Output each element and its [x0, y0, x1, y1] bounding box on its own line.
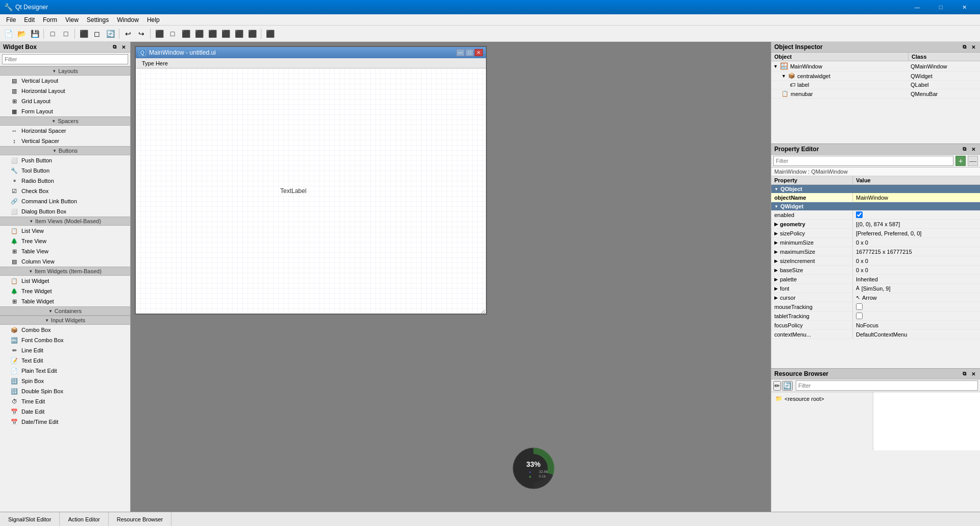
bottom-tab-action-editor[interactable]: Action Editor	[60, 512, 108, 526]
toolbar-editwidgets[interactable]: ⬛	[78, 28, 90, 40]
pe-palette-expand[interactable]: ▶	[774, 277, 778, 282]
toolbar-open[interactable]: 📂	[15, 28, 28, 40]
dw-maximize[interactable]: □	[465, 49, 474, 56]
menu-help[interactable]: Help	[143, 15, 164, 25]
item-tool-button[interactable]: 🔧 Tool Button	[0, 165, 130, 176]
toolbar-save[interactable]: 💾	[29, 28, 41, 40]
menu-file[interactable]: File	[2, 15, 20, 25]
oi-row-mainwindow[interactable]: ▼ 🪟 MainWindow QMainWindow	[771, 61, 980, 71]
pe-close-btn[interactable]: ✕	[970, 146, 977, 153]
pe-add-button[interactable]: +	[955, 156, 966, 166]
rb-edit-btn[interactable]: ✏	[773, 381, 781, 391]
designer-menu-typehome[interactable]: Type Here	[138, 60, 172, 67]
toolbar-layout3[interactable]: ⬛	[180, 28, 192, 40]
item-command-link-button[interactable]: 🔗 Command Link Button	[0, 196, 130, 206]
toolbar-btn5[interactable]: □	[60, 28, 72, 40]
toolbar-editbuddy[interactable]: 🔄	[104, 28, 116, 40]
pe-mousetracking-checkbox[interactable]	[856, 303, 863, 310]
item-vertical-spacer[interactable]: ↕ Vertical Spacer	[0, 136, 130, 146]
menu-settings[interactable]: Settings	[83, 15, 113, 25]
pe-minimumsize-expand[interactable]: ▶	[774, 240, 778, 245]
toolbar-layout2[interactable]: □	[166, 28, 179, 40]
pe-prop-objectname-value[interactable]: MainWindow	[853, 193, 980, 202]
minimize-button[interactable]: —	[905, 0, 929, 14]
pe-prop-tablettracking-value[interactable]	[853, 312, 980, 320]
widget-box-float[interactable]: ⧉	[111, 43, 118, 51]
item-check-box[interactable]: ☑ Check Box	[0, 186, 130, 196]
pe-prop-contextmenu[interactable]: contextMenu... DefaultContextMenu	[771, 330, 980, 339]
designer-label[interactable]: TextLabel	[280, 187, 306, 195]
item-column-view[interactable]: ▤ Column View	[0, 256, 130, 267]
pe-filter-input[interactable]	[773, 156, 953, 166]
pe-prop-palette[interactable]: ▶ palette Inherited	[771, 275, 980, 284]
pe-basesize-expand[interactable]: ▶	[774, 268, 778, 273]
pe-prop-objectname[interactable]: objectName MainWindow	[771, 193, 980, 202]
pe-maximumsize-expand[interactable]: ▶	[774, 249, 778, 254]
item-vertical-layout[interactable]: ▤ Vertical Layout	[0, 76, 130, 86]
pe-font-expand[interactable]: ▶	[774, 286, 778, 291]
pe-prop-focuspolicy[interactable]: focusPolicy NoFocus	[771, 321, 980, 330]
category-itemviews[interactable]: ▼ Item Views (Model-Based)	[0, 217, 130, 226]
oi-float-btn[interactable]: ⧉	[961, 43, 968, 51]
bottom-tab-resource-browser[interactable]: Resource Browser	[109, 512, 172, 526]
rb-refresh-btn[interactable]: 🔄	[782, 381, 793, 391]
pe-geometry-expand[interactable]: ▶	[774, 222, 778, 227]
item-form-layout[interactable]: ▦ Form Layout	[0, 106, 130, 116]
toolbar-btn4[interactable]: □	[46, 28, 59, 40]
category-itemwidgets[interactable]: ▼ Item Widgets (Item-Based)	[0, 267, 130, 276]
item-list-view[interactable]: 📋 List View	[0, 226, 130, 236]
item-time-edit[interactable]: ⏱ Time Edit	[0, 396, 130, 407]
oi-expand-centralwidget[interactable]: ▼	[781, 74, 786, 79]
toolbar-layout8[interactable]: ⬛	[246, 28, 258, 40]
rb-close-btn[interactable]: ✕	[970, 370, 977, 377]
item-text-edit[interactable]: 📝 Text Edit	[0, 355, 130, 366]
item-tree-widget[interactable]: 🌲 Tree Widget	[0, 286, 130, 296]
category-containers[interactable]: ▼ Containers	[0, 306, 130, 316]
pe-delete-button[interactable]: —	[968, 156, 978, 166]
menu-form[interactable]: Form	[39, 15, 61, 25]
item-spin-box[interactable]: 🔢 Spin Box	[0, 376, 130, 386]
toolbar-editsignals[interactable]: ◻	[91, 28, 103, 40]
designer-resize-handle[interactable]	[481, 308, 485, 313]
pe-section-qobject[interactable]: ▼ QObject	[771, 185, 980, 193]
toolbar-new[interactable]: 📄	[2, 28, 14, 40]
oi-close-btn[interactable]: ✕	[970, 43, 977, 51]
item-list-widget[interactable]: 📋 List Widget	[0, 276, 130, 286]
pe-prop-sizepolicy[interactable]: ▶ sizePolicy [Preferred, Preferred, 0, 0…	[771, 229, 980, 238]
item-radio-button[interactable]: ⚬ Radio Button	[0, 176, 130, 186]
pe-prop-geometry[interactable]: ▶ geometry [(0, 0), 874 x 587]	[771, 220, 980, 229]
bottom-tab-signal-slot[interactable]: Signal/Slot Editor	[0, 512, 60, 526]
pe-prop-maximumsize[interactable]: ▶ maximumSize 16777215 x 16777215	[771, 247, 980, 256]
dw-minimize[interactable]: —	[456, 49, 464, 56]
pe-enabled-checkbox[interactable]	[856, 211, 863, 218]
pe-prop-cursor[interactable]: ▶ cursor ↖ Arrow	[771, 293, 980, 302]
pe-prop-basesize[interactable]: ▶ baseSize 0 x 0	[771, 266, 980, 275]
pe-prop-enabled-value[interactable]	[853, 210, 980, 219]
pe-prop-font[interactable]: ▶ font A [SimSun, 9]	[771, 284, 980, 293]
item-tree-view[interactable]: 🌲 Tree View	[0, 236, 130, 246]
oi-expand-mainwindow[interactable]: ▼	[773, 64, 778, 69]
item-grid-layout[interactable]: ⊞ Grid Layout	[0, 96, 130, 106]
toolbar-redo[interactable]: ↪	[135, 28, 148, 40]
item-double-spin-box[interactable]: 🔢 Double Spin Box	[0, 386, 130, 396]
toolbar-undo[interactable]: ↩	[122, 28, 134, 40]
category-inputwidgets[interactable]: ▼ Input Widgets	[0, 316, 130, 325]
oi-row-centralwidget[interactable]: ▼ 📦 centralwidget QWidget	[771, 71, 980, 81]
item-table-widget[interactable]: ⊞ Table Widget	[0, 296, 130, 306]
toolbar-layout1[interactable]: ⬛	[153, 28, 165, 40]
maximize-button[interactable]: □	[929, 0, 952, 14]
category-layouts[interactable]: ▼ Layouts	[0, 66, 130, 76]
item-plain-text-edit[interactable]: 📄 Plain Text Edit	[0, 366, 130, 376]
menu-window[interactable]: Window	[113, 15, 143, 25]
toolbar-layout4[interactable]: ⬛	[193, 28, 205, 40]
pe-section-qwidget[interactable]: ▼ QWidget	[771, 202, 980, 210]
item-dialog-button-box[interactable]: ⬜ Dialog Button Box	[0, 206, 130, 217]
item-table-view[interactable]: ⊞ Table View	[0, 246, 130, 256]
close-button[interactable]: ✕	[952, 0, 976, 14]
rb-root-item[interactable]: 📁 <resource root>	[773, 394, 871, 403]
dw-close[interactable]: ✕	[475, 49, 483, 56]
item-combo-box[interactable]: 📦 Combo Box	[0, 325, 130, 335]
item-horizontal-spacer[interactable]: ↔ Horizontal Spacer	[0, 126, 130, 136]
toolbar-layout7[interactable]: ⬛	[233, 28, 245, 40]
pe-sizeincrement-expand[interactable]: ▶	[774, 258, 778, 264]
